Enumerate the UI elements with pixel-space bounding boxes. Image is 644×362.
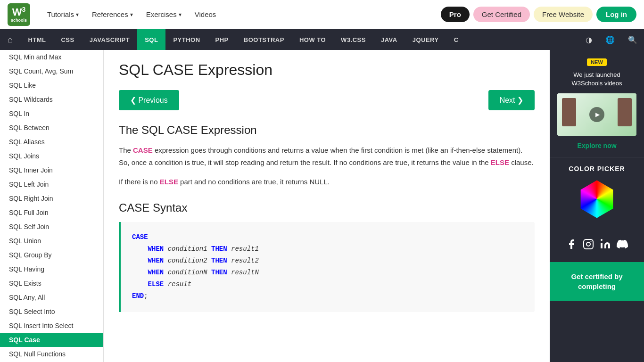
videos-nav-link[interactable]: Videos: [189, 7, 222, 22]
sidebar-item-sql-union[interactable]: SQL Union: [0, 234, 103, 248]
sidebar-item-sql-group-by[interactable]: SQL Group By: [0, 248, 103, 262]
sidebar-item-sql-min-max[interactable]: SQL Min and Max: [0, 50, 103, 64]
sidebar-item-sql-insert-into-select[interactable]: SQL Insert Into Select: [0, 319, 103, 333]
promo-title: We just launched W3Schools videos: [557, 71, 636, 88]
instagram-icon[interactable]: [583, 239, 594, 253]
nav-buttons: ❮ Previous Next ❯: [119, 90, 535, 110]
color-picker-title: COLOR PICKER: [557, 165, 636, 173]
else-note2: part and no conditions are true, it retu…: [180, 178, 330, 186]
result-else: result: [168, 280, 191, 288]
video-thumbnail[interactable]: [557, 93, 636, 136]
sidebar-item-sql-wildcards[interactable]: SQL Wildcards: [0, 92, 103, 107]
video-promo: NEW We just launched W3Schools videos Ex…: [550, 50, 644, 157]
topic-bar-php[interactable]: PHP: [208, 29, 236, 50]
previous-button[interactable]: ❮ Previous: [119, 90, 179, 110]
top-nav-actions: Pro Get Certified Free Website Log in: [441, 7, 636, 22]
social-icons: [550, 233, 644, 258]
color-wheel[interactable]: [578, 180, 616, 218]
sidebar-item-sql-null-functions[interactable]: SQL Null Functions: [0, 347, 103, 361]
topic-bar-python[interactable]: PYTHON: [165, 29, 207, 50]
references-nav-link[interactable]: References ▾: [86, 7, 139, 22]
discord-icon[interactable]: [617, 239, 628, 253]
sidebar-item-sql-like[interactable]: SQL Like: [0, 78, 103, 92]
linkedin-icon[interactable]: [600, 239, 611, 253]
sidebar-item-sql-self-join[interactable]: SQL Self Join: [0, 220, 103, 234]
search-icon[interactable]: 🔍: [621, 29, 644, 50]
topic-bar-javascript[interactable]: JAVASCRIPT: [82, 29, 137, 50]
result1: result1: [231, 245, 259, 253]
sidebar-item-sql-in[interactable]: SQL In: [0, 107, 103, 121]
get-certified-promo-text: Get certified by completing: [557, 272, 636, 291]
intro-paragraph: The CASE expression goes through conditi…: [119, 144, 535, 168]
topic-bar-howto[interactable]: HOW TO: [292, 29, 333, 50]
else-kw-code: ELSE: [148, 280, 164, 288]
login-button[interactable]: Log in: [596, 7, 636, 22]
pro-button[interactable]: Pro: [441, 7, 470, 22]
topic-bar-html[interactable]: HTML: [20, 29, 53, 50]
intro-text2: expression goes through conditions and r…: [119, 146, 522, 166]
result2: result2: [231, 257, 259, 264]
logo[interactable]: W3 schools: [8, 3, 30, 26]
code-line-2: WHEN condition1 THEN result1: [132, 243, 523, 255]
right-sidebar-inner: NEW We just launched W3Schools videos Ex…: [550, 50, 644, 301]
sidebar-item-sql-left-join[interactable]: SQL Left Join: [0, 177, 103, 191]
sidebar-item-sql-between[interactable]: SQL Between: [0, 121, 103, 135]
topic-bar-c[interactable]: C: [446, 29, 466, 50]
resultN: resultN: [231, 269, 259, 276]
condition2: condition2: [168, 257, 211, 264]
theme-toggle-icon[interactable]: ◑: [579, 29, 599, 50]
topic-bar-home[interactable]: ⌂: [0, 29, 20, 50]
top-navigation: W3 schools Tutorials ▾ References ▾ Exer…: [0, 0, 644, 29]
section1-title: The SQL CASE Expression: [119, 123, 535, 137]
logo-schools: schools: [11, 18, 27, 23]
sidebar-item-sql-right-join[interactable]: SQL Right Join: [0, 191, 103, 206]
topic-bar-jquery[interactable]: JQUERY: [405, 29, 446, 50]
topic-bar-w3css[interactable]: W3.CSS: [333, 29, 373, 50]
sidebar-item-sql-inner-join[interactable]: SQL Inner Join: [0, 163, 103, 177]
topic-bar-sql[interactable]: SQL: [137, 29, 165, 50]
facebook-icon[interactable]: [566, 239, 577, 253]
then-kw-n: THEN: [211, 269, 227, 276]
else-note1: If there is no: [119, 178, 158, 186]
when-kw-2: WHEN: [148, 257, 164, 264]
code-line-6: END;: [132, 290, 523, 302]
explore-link[interactable]: Explore now: [577, 142, 616, 149]
end-semicolon: ;: [144, 292, 148, 300]
intro-text1: The: [119, 146, 131, 154]
play-button[interactable]: [589, 107, 604, 122]
end-kw: END: [132, 292, 144, 300]
sidebar-item-sql-case[interactable]: SQL Case: [0, 333, 103, 347]
sidebar-item-sql-full-join[interactable]: SQL Full Join: [0, 206, 103, 220]
topic-bar-css[interactable]: CSS: [53, 29, 82, 50]
top-nav-links: Tutorials ▾ References ▾ Exercises ▾ Vid…: [41, 7, 441, 22]
topic-bar: ⌂ HTML CSS JAVASCRIPT SQL PYTHON PHP BOO…: [0, 29, 644, 50]
references-chevron-icon: ▾: [130, 11, 133, 18]
main-content: SQL CASE Expression ❮ Previous Next ❯ Th…: [104, 50, 550, 362]
language-icon[interactable]: 🌐: [599, 29, 621, 50]
logo-w3: W3: [12, 6, 26, 17]
next-button[interactable]: Next ❯: [488, 90, 535, 110]
topic-bar-right-icons: ◑ 🌐 🔍: [579, 29, 644, 50]
tutorials-chevron-icon: ▾: [76, 11, 79, 18]
get-certified-button[interactable]: Get Certified: [473, 7, 530, 22]
tutorials-nav-link[interactable]: Tutorials ▾: [41, 7, 84, 22]
sidebar-item-sql-joins[interactable]: SQL Joins: [0, 149, 103, 163]
page-title: SQL CASE Expression: [119, 61, 535, 79]
sidebar-item-sql-exists[interactable]: SQL Exists: [0, 276, 103, 290]
when-kw-n: WHEN: [148, 269, 164, 276]
sidebar-item-sql-select-into[interactable]: SQL Select Into: [0, 304, 103, 319]
sidebar-item-sql-having[interactable]: SQL Having: [0, 262, 103, 276]
sidebar-item-sql-count[interactable]: SQL Count, Avg, Sum: [0, 64, 103, 78]
color-picker-section: COLOR PICKER: [550, 157, 644, 233]
free-website-button[interactable]: Free Website: [534, 7, 593, 22]
topic-bar-java[interactable]: JAVA: [373, 29, 405, 50]
get-certified-promo[interactable]: Get certified by completing: [550, 262, 644, 301]
svg-rect-0: [584, 239, 593, 249]
topic-bar-bootstrap[interactable]: BOOTSTRAP: [236, 29, 292, 50]
exercises-nav-link[interactable]: Exercises ▾: [140, 7, 187, 22]
right-sidebar: NEW We just launched W3Schools videos Ex…: [550, 50, 644, 362]
sidebar-item-sql-any-all[interactable]: SQL Any, All: [0, 290, 103, 304]
section2-title: CASE Syntax: [119, 201, 535, 214]
case-kw-main: CASE: [132, 233, 148, 241]
sidebar-item-sql-aliases[interactable]: SQL Aliases: [0, 135, 103, 149]
